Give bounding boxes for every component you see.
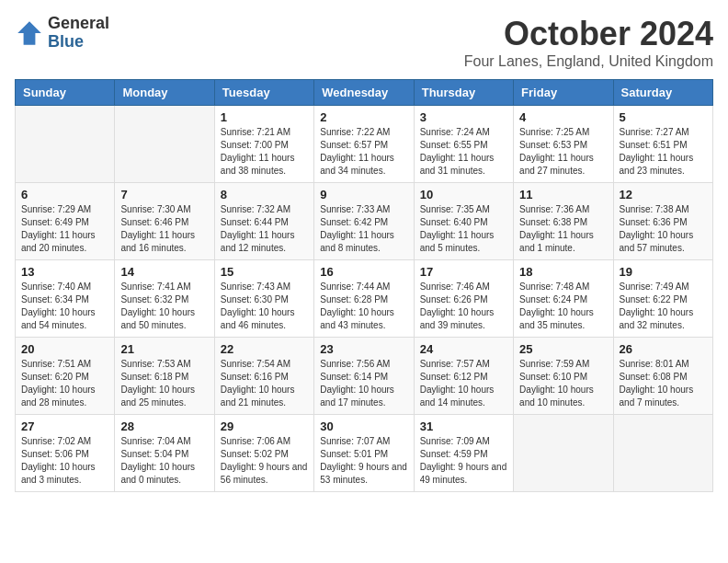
day-info: Sunrise: 7:54 AM Sunset: 6:16 PM Dayligh… (221, 358, 308, 409)
table-row: 26Sunrise: 8:01 AM Sunset: 6:08 PM Dayli… (613, 338, 712, 415)
table-row: 22Sunrise: 7:54 AM Sunset: 6:16 PM Dayli… (214, 338, 313, 415)
table-row: 9Sunrise: 7:33 AM Sunset: 6:42 PM Daylig… (314, 183, 414, 260)
day-number: 19 (620, 265, 707, 279)
day-info: Sunrise: 7:32 AM Sunset: 6:44 PM Dayligh… (221, 203, 308, 255)
table-row: 14Sunrise: 7:41 AM Sunset: 6:32 PM Dayli… (115, 260, 214, 338)
day-info: Sunrise: 7:46 AM Sunset: 6:26 PM Dayligh… (420, 281, 507, 332)
day-number: 13 (21, 265, 108, 279)
title-area: October 2024 Four Lanes, England, United… (464, 15, 713, 70)
weekday-header-row: Sunday Monday Tuesday Wednesday Thursday… (16, 80, 713, 106)
table-row: 12Sunrise: 7:38 AM Sunset: 6:36 PM Dayli… (613, 183, 712, 260)
day-info: Sunrise: 7:02 AM Sunset: 5:06 PM Dayligh… (21, 435, 108, 487)
day-info: Sunrise: 7:09 AM Sunset: 4:59 PM Dayligh… (420, 435, 507, 487)
day-number: 16 (320, 265, 407, 279)
day-info: Sunrise: 7:49 AM Sunset: 6:22 PM Dayligh… (620, 281, 707, 332)
day-number: 23 (320, 342, 407, 356)
calendar-week-row: 13Sunrise: 7:40 AM Sunset: 6:34 PM Dayli… (16, 260, 713, 338)
svg-marker-0 (17, 21, 41, 45)
day-number: 30 (320, 419, 407, 433)
table-row: 15Sunrise: 7:43 AM Sunset: 6:30 PM Dayli… (214, 260, 313, 338)
day-info: Sunrise: 7:57 AM Sunset: 6:12 PM Dayligh… (420, 358, 507, 409)
table-row: 5Sunrise: 7:27 AM Sunset: 6:51 PM Daylig… (613, 106, 712, 183)
day-number: 10 (420, 188, 507, 201)
day-number: 18 (519, 265, 607, 279)
day-info: Sunrise: 7:27 AM Sunset: 6:51 PM Dayligh… (620, 126, 707, 178)
day-info: Sunrise: 7:36 AM Sunset: 6:38 PM Dayligh… (519, 203, 607, 255)
table-row: 6Sunrise: 7:29 AM Sunset: 6:49 PM Daylig… (16, 183, 115, 260)
calendar-week-row: 6Sunrise: 7:29 AM Sunset: 6:49 PM Daylig… (16, 183, 713, 260)
table-row: 24Sunrise: 7:57 AM Sunset: 6:12 PM Dayli… (414, 338, 513, 415)
day-number: 6 (21, 188, 108, 201)
logo: General Blue (15, 15, 109, 52)
day-info: Sunrise: 7:43 AM Sunset: 6:30 PM Dayligh… (221, 281, 308, 332)
table-row: 29Sunrise: 7:06 AM Sunset: 5:02 PM Dayli… (214, 415, 313, 492)
table-row (613, 415, 712, 492)
header-saturday: Saturday (613, 80, 712, 106)
table-row: 3Sunrise: 7:24 AM Sunset: 6:55 PM Daylig… (414, 106, 513, 183)
header-thursday: Thursday (414, 80, 513, 106)
day-info: Sunrise: 7:33 AM Sunset: 6:42 PM Dayligh… (320, 203, 407, 255)
table-row: 4Sunrise: 7:25 AM Sunset: 6:53 PM Daylig… (514, 106, 613, 183)
day-info: Sunrise: 7:51 AM Sunset: 6:20 PM Dayligh… (21, 358, 108, 409)
day-number: 24 (420, 342, 507, 356)
table-row (115, 106, 214, 183)
day-number: 5 (620, 110, 707, 124)
day-info: Sunrise: 7:53 AM Sunset: 6:18 PM Dayligh… (120, 358, 208, 409)
day-number: 21 (120, 342, 208, 356)
day-number: 17 (420, 265, 507, 279)
logo-blue: Blue (48, 33, 109, 52)
calendar-week-row: 1Sunrise: 7:21 AM Sunset: 7:00 PM Daylig… (16, 106, 713, 183)
calendar: Sunday Monday Tuesday Wednesday Thursday… (15, 79, 713, 492)
header-wednesday: Wednesday (314, 80, 414, 106)
header-tuesday: Tuesday (214, 80, 313, 106)
day-number: 2 (320, 110, 407, 124)
table-row: 30Sunrise: 7:07 AM Sunset: 5:01 PM Dayli… (314, 415, 414, 492)
header-sunday: Sunday (16, 80, 115, 106)
day-number: 9 (320, 188, 407, 201)
table-row: 11Sunrise: 7:36 AM Sunset: 6:38 PM Dayli… (514, 183, 613, 260)
table-row: 19Sunrise: 7:49 AM Sunset: 6:22 PM Dayli… (613, 260, 712, 338)
day-info: Sunrise: 7:21 AM Sunset: 7:00 PM Dayligh… (221, 126, 308, 178)
table-row: 23Sunrise: 7:56 AM Sunset: 6:14 PM Dayli… (314, 338, 414, 415)
table-row: 25Sunrise: 7:59 AM Sunset: 6:10 PM Dayli… (514, 338, 613, 415)
day-number: 11 (519, 188, 607, 201)
calendar-week-row: 20Sunrise: 7:51 AM Sunset: 6:20 PM Dayli… (16, 338, 713, 415)
header: General Blue October 2024 Four Lanes, En… (15, 15, 713, 70)
table-row: 17Sunrise: 7:46 AM Sunset: 6:26 PM Dayli… (414, 260, 513, 338)
day-info: Sunrise: 7:06 AM Sunset: 5:02 PM Dayligh… (221, 435, 308, 487)
day-info: Sunrise: 7:41 AM Sunset: 6:32 PM Dayligh… (120, 281, 208, 332)
table-row: 16Sunrise: 7:44 AM Sunset: 6:28 PM Dayli… (314, 260, 414, 338)
day-info: Sunrise: 7:29 AM Sunset: 6:49 PM Dayligh… (21, 203, 108, 255)
day-info: Sunrise: 7:22 AM Sunset: 6:57 PM Dayligh… (320, 126, 407, 178)
day-info: Sunrise: 7:44 AM Sunset: 6:28 PM Dayligh… (320, 281, 407, 332)
calendar-week-row: 27Sunrise: 7:02 AM Sunset: 5:06 PM Dayli… (16, 415, 713, 492)
logo-text: General Blue (48, 15, 109, 52)
day-number: 22 (221, 342, 308, 356)
day-info: Sunrise: 7:35 AM Sunset: 6:40 PM Dayligh… (420, 203, 507, 255)
day-info: Sunrise: 7:48 AM Sunset: 6:24 PM Dayligh… (519, 281, 607, 332)
day-number: 7 (120, 188, 208, 201)
table-row: 21Sunrise: 7:53 AM Sunset: 6:18 PM Dayli… (115, 338, 214, 415)
table-row: 8Sunrise: 7:32 AM Sunset: 6:44 PM Daylig… (214, 183, 313, 260)
day-number: 14 (120, 265, 208, 279)
day-number: 15 (221, 265, 308, 279)
day-info: Sunrise: 7:04 AM Sunset: 5:04 PM Dayligh… (120, 435, 208, 487)
table-row: 7Sunrise: 7:30 AM Sunset: 6:46 PM Daylig… (115, 183, 214, 260)
month-title: October 2024 (464, 15, 713, 53)
day-number: 3 (420, 110, 507, 124)
day-info: Sunrise: 7:24 AM Sunset: 6:55 PM Dayligh… (420, 126, 507, 178)
day-info: Sunrise: 7:40 AM Sunset: 6:34 PM Dayligh… (21, 281, 108, 332)
day-number: 28 (120, 419, 208, 433)
header-monday: Monday (115, 80, 214, 106)
table-row: 20Sunrise: 7:51 AM Sunset: 6:20 PM Dayli… (16, 338, 115, 415)
day-info: Sunrise: 8:01 AM Sunset: 6:08 PM Dayligh… (620, 358, 707, 409)
day-info: Sunrise: 7:25 AM Sunset: 6:53 PM Dayligh… (519, 126, 607, 178)
day-info: Sunrise: 7:07 AM Sunset: 5:01 PM Dayligh… (320, 435, 407, 487)
table-row: 28Sunrise: 7:04 AM Sunset: 5:04 PM Dayli… (115, 415, 214, 492)
day-number: 29 (221, 419, 308, 433)
day-number: 31 (420, 419, 507, 433)
table-row: 1Sunrise: 7:21 AM Sunset: 7:00 PM Daylig… (214, 106, 313, 183)
day-number: 4 (519, 110, 607, 124)
day-info: Sunrise: 7:30 AM Sunset: 6:46 PM Dayligh… (120, 203, 208, 255)
table-row (16, 106, 115, 183)
